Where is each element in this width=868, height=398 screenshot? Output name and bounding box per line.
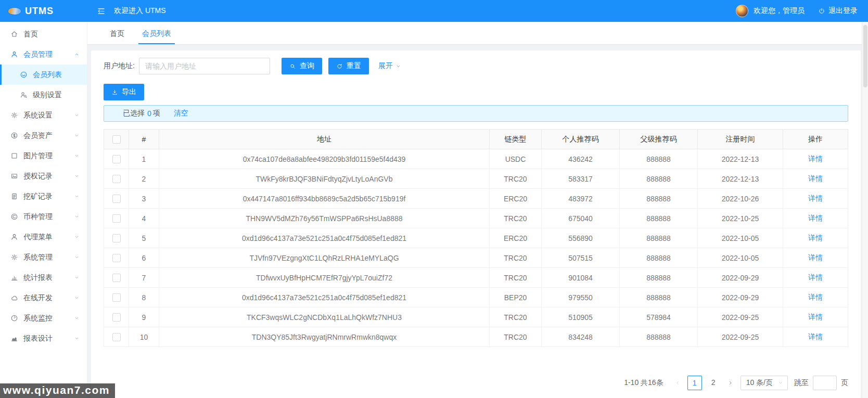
table-row: 8 0xd1d96c4137a73e521c251a0c4f75d085ef1e… [104, 288, 848, 307]
sidebar-item-home[interactable]: 首页 [0, 24, 87, 44]
bar-chart-icon [10, 274, 18, 281]
row-personal-code: 675040 [542, 209, 620, 228]
col-personal-code: 个人推荐码 [542, 130, 620, 149]
row-detail-link[interactable]: 详情 [808, 155, 823, 163]
row-address: TDN3QY85Jft3RwgyatjRNmrwRmwkn8qwqx [159, 327, 490, 347]
watermark: www.qiyuan7.com [0, 383, 115, 398]
sidebar-item-authorization-records[interactable]: 授权记录 [0, 166, 87, 186]
row-checkbox[interactable] [112, 254, 121, 262]
row-reg-time: 2022-10-26 [698, 189, 783, 209]
user-address-input[interactable] [139, 58, 270, 74]
selection-bar: 已选择 0 项 清空 [104, 105, 848, 122]
sidebar-item-label: 图片管理 [23, 151, 53, 161]
row-personal-code: 507515 [542, 248, 620, 268]
row-detail-link[interactable]: 详情 [808, 174, 823, 183]
row-chain-type: TRC20 [490, 268, 542, 288]
row-reg-time: 2022-12-13 [698, 149, 783, 169]
row-personal-code: 834248 [542, 327, 620, 347]
row-detail-link[interactable]: 详情 [808, 273, 823, 281]
row-chain-type: TRC20 [490, 248, 542, 268]
expand-link[interactable]: 展开 [378, 61, 401, 71]
sidebar-item-image-management[interactable]: 图片管理 [0, 146, 87, 166]
row-detail-link[interactable]: 详情 [808, 234, 823, 242]
selected-prefix: 已选择 [123, 109, 145, 118]
reset-button-label: 重置 [347, 61, 361, 71]
row-checkbox[interactable] [112, 155, 121, 163]
row-chain-type: TRC20 [490, 209, 542, 228]
gear-icon [10, 253, 18, 261]
sidebar-item-system-settings[interactable]: 系统设置 [0, 105, 87, 125]
clear-selection-link[interactable]: 清空 [174, 109, 188, 118]
table-row: 2 TWkFy8krBJQF3BNiFdtyqZjvLtyLoAnGVb TRC… [104, 169, 848, 189]
content: 用户地址: 查询 重置 展开 导出 已 [87, 45, 868, 398]
select-all-checkbox[interactable] [112, 135, 121, 144]
row-checkbox[interactable] [112, 333, 121, 341]
row-reg-time: 2022-09-29 [698, 288, 783, 307]
gear-icon [10, 111, 18, 119]
pagination-page-2[interactable]: 2 [706, 376, 721, 390]
export-button[interactable]: 导出 [104, 84, 144, 100]
welcome-title: 欢迎进入 UTMS [114, 6, 166, 16]
row-checkbox[interactable] [112, 214, 121, 223]
power-icon [818, 7, 825, 15]
row-detail-link[interactable]: 详情 [808, 313, 823, 321]
pagination-next-button[interactable] [725, 376, 736, 390]
sidebar-item-system-monitor[interactable]: 系统监控 [0, 308, 87, 328]
sidebar-item-member-assets[interactable]: 会员资产 [0, 125, 87, 146]
page-size-select[interactable]: 10 条/页 [741, 376, 788, 390]
pagination-page-1[interactable]: 1 [687, 376, 702, 390]
row-detail-link[interactable]: 详情 [808, 194, 823, 202]
table-row: 1 0x74ca107de8a8abfee498209b3fd01159e5f4… [104, 149, 848, 169]
row-detail-link[interactable]: 详情 [808, 293, 823, 301]
table-row: 5 0xd1d96c4137a73e521c251a0c4f75d085ef1e… [104, 228, 848, 248]
chevron-down-icon [74, 133, 80, 138]
row-detail-link[interactable]: 详情 [808, 253, 823, 262]
row-parent-code: 888888 [620, 189, 698, 209]
scrollbar-thumb[interactable] [863, 25, 867, 87]
row-personal-code: 556890 [542, 228, 620, 248]
sidebar-item-level-settings[interactable]: 级别设置 [0, 85, 87, 105]
chevron-down-icon [74, 173, 80, 179]
tab-member-list[interactable]: 会员列表 [133, 22, 180, 44]
sidebar-item-system-management[interactable]: 系统管理 [0, 247, 87, 267]
sidebar-item-mining-records[interactable]: 挖矿记录 [0, 186, 87, 207]
chevron-down-icon [74, 153, 80, 159]
row-checkbox[interactable] [112, 175, 121, 183]
pagination-prev-button[interactable] [672, 376, 683, 390]
row-parent-code: 578984 [620, 307, 698, 327]
download-icon [111, 89, 118, 96]
col-address: 地址 [159, 130, 490, 149]
row-personal-code: 436242 [542, 149, 620, 169]
sidebar-item-online-dev[interactable]: 在线开发 [0, 288, 87, 308]
pagination-total: 1-10 共16条 [624, 378, 663, 388]
row-checkbox[interactable] [112, 234, 121, 242]
scrollbar[interactable] [862, 22, 868, 398]
row-reg-time: 2022-09-29 [698, 268, 783, 288]
search-button[interactable]: 查询 [282, 58, 322, 74]
app-logo: UTMS [0, 6, 87, 17]
sidebar-item-member-management[interactable]: 会员管理 [0, 44, 87, 65]
row-checkbox[interactable] [112, 274, 121, 282]
area-chart-icon [10, 335, 18, 342]
logout-label: 退出登录 [828, 6, 858, 16]
sidebar-item-statistics-report[interactable]: 统计报表 [0, 267, 87, 288]
jump-page-input[interactable] [813, 376, 837, 390]
expand-link-label: 展开 [378, 61, 393, 71]
row-detail-link[interactable]: 详情 [808, 214, 823, 222]
menu-fold-icon[interactable] [97, 7, 106, 16]
logout-button[interactable]: 退出登录 [818, 6, 858, 16]
row-checkbox[interactable] [112, 293, 121, 302]
sidebar-item-member-list[interactable]: 会员列表 [0, 65, 87, 85]
reset-button[interactable]: 重置 [328, 58, 369, 74]
row-address: TKCF3wqsWLC2gNCDbXq1LaLhQkWfz7NHU3 [159, 307, 490, 327]
row-detail-link[interactable]: 详情 [808, 332, 823, 341]
tab-home[interactable]: 首页 [101, 22, 133, 44]
row-personal-code: 901084 [542, 268, 620, 288]
row-parent-code: 888888 [620, 248, 698, 268]
row-reg-time: 2022-09-25 [698, 307, 783, 327]
sidebar-item-agent-menu[interactable]: 代理菜单 [0, 227, 87, 247]
sidebar-item-report-design[interactable]: 报表设计 [0, 328, 87, 349]
row-checkbox[interactable] [112, 195, 121, 203]
sidebar-item-coin-management[interactable]: 币种管理 [0, 207, 87, 227]
row-checkbox[interactable] [112, 313, 121, 322]
